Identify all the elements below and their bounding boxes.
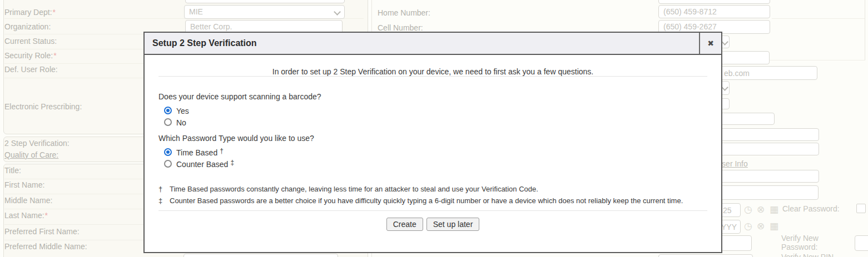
label-electronic-prescribing: Electronic Prescribing:	[4, 102, 82, 111]
radio-yes-label[interactable]: Yes	[176, 107, 189, 115]
footnote-dagger-symbol: †	[158, 185, 162, 193]
radio-yes[interactable]	[164, 107, 172, 114]
set-up-later-button[interactable]: Set up later	[426, 218, 480, 231]
question-password-type: Which Password Type would you like to us…	[158, 134, 314, 143]
required-asterisk: *	[53, 51, 56, 60]
clear-date-icon[interactable]: ⊗	[757, 221, 765, 231]
radio-no[interactable]	[164, 118, 172, 126]
label-title: Title:	[4, 166, 21, 175]
section-edge	[865, 0, 865, 60]
footnote-double-dagger-symbol: ‡	[158, 196, 162, 205]
label-clear-password: Clear Password:	[782, 204, 840, 213]
clock-icon[interactable]: ◷	[744, 221, 752, 231]
clock-icon[interactable]: ◷	[744, 205, 752, 215]
label-current-status: Current Status:	[4, 37, 57, 46]
dialog-title: Setup 2 Step Verification	[152, 33, 257, 54]
label-cell-number: Cell Number:	[378, 23, 423, 32]
label-def-user-role: Def. User Role:	[4, 65, 58, 74]
divider	[158, 76, 707, 77]
label-home-number: Home Number:	[378, 8, 430, 17]
quality-of-care-link[interactable]: Quality of Care:	[4, 150, 58, 159]
required-asterisk: *	[53, 8, 56, 17]
verify-new-password-input[interactable]	[855, 235, 868, 251]
label-preferred-first-name: Preferred First Name:	[4, 227, 80, 236]
clear-password-checkbox[interactable]	[856, 204, 866, 213]
create-button[interactable]: Create	[386, 218, 423, 231]
dialog-button-row: CreateSet up later	[145, 218, 721, 231]
label-last-name: Last Name:*	[4, 211, 48, 220]
radio-time-based-label[interactable]: Time Based†	[176, 148, 224, 157]
dialog-header: Setup 2 Step Verification ✖	[145, 33, 721, 55]
footnote-counter-based: Counter Based passwords are a better cho…	[170, 196, 683, 205]
footnote-time-based: Time Based passwords constantly change, …	[170, 185, 538, 193]
label-security-role: Security Role:*	[4, 51, 57, 60]
label-verify-new-pin: Verify New PIN	[781, 253, 834, 257]
date-placeholder-fragment: YYY	[721, 223, 737, 231]
radio-counter-based-label[interactable]: Counter Based‡	[176, 160, 234, 169]
radio-no-label[interactable]: No	[176, 118, 186, 127]
cutoff-input-top-right[interactable]	[658, 0, 770, 4]
user-settings-page: Primary Dept:* Organization: Current Sta…	[0, 0, 868, 257]
required-asterisk: *	[45, 211, 48, 220]
email-value-fragment: eb.com	[724, 69, 750, 78]
date-value-fragment: 25	[723, 206, 732, 215]
setup-2-step-verification-dialog: Setup 2 Step Verification ✖ In order to …	[143, 32, 722, 253]
close-icon[interactable]: ✖	[699, 33, 721, 54]
dialog-intro-text: In order to set up 2 Step Verification o…	[145, 67, 721, 76]
calendar-icon[interactable]: ▦	[770, 221, 778, 231]
label-preferred-middle-name: Preferred Middle Name:	[4, 242, 87, 251]
cutoff-input-bottom-left[interactable]	[183, 254, 338, 257]
divider	[158, 210, 707, 211]
label-primary-dept: Primary Dept:*	[4, 8, 56, 17]
dagger-marker: †	[220, 147, 224, 155]
question-barcode: Does your device support scanning a barc…	[158, 92, 321, 101]
label-organization: Organization:	[4, 22, 51, 31]
radio-counter-based[interactable]	[164, 160, 172, 168]
calendar-icon[interactable]: ▦	[770, 205, 778, 215]
cutoff-input-bottom-right[interactable]	[658, 254, 753, 257]
label-first-name: First Name:	[4, 180, 44, 189]
label-middle-name: Middle Name:	[4, 196, 52, 205]
radio-time-based[interactable]	[164, 148, 172, 156]
label-verify-new-password: Verify New Password:	[781, 234, 842, 251]
clear-date-icon[interactable]: ⊗	[757, 205, 765, 215]
home-number-input[interactable]: (650) 459-8712	[658, 5, 770, 18]
label-2-step-verification: 2 Step Verification:	[4, 139, 70, 148]
cutoff-input-top-left[interactable]	[185, 0, 345, 3]
primary-dept-select[interactable]: MIE	[184, 5, 345, 19]
row-divider	[772, 18, 865, 19]
double-dagger-marker: ‡	[230, 159, 234, 167]
